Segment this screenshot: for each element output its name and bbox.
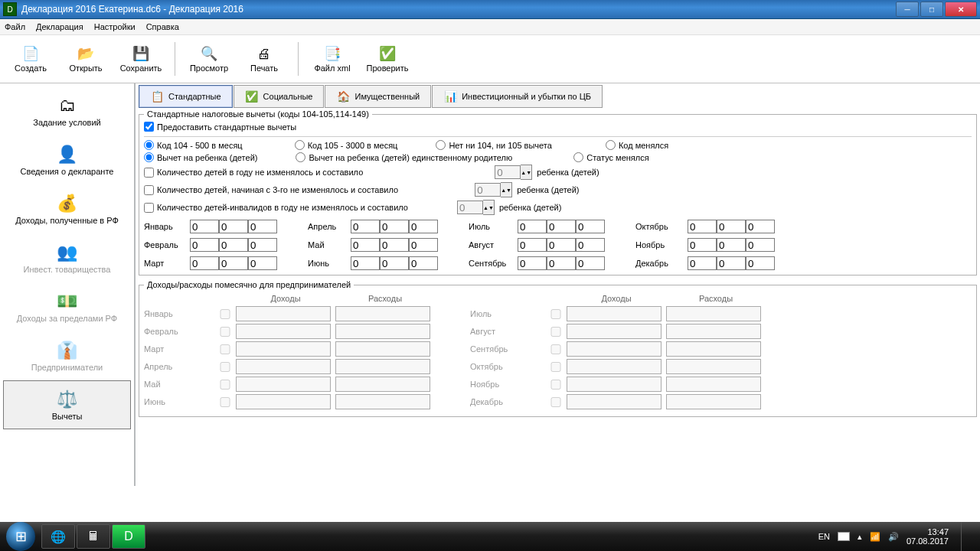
biz-may-expense[interactable] <box>335 377 430 392</box>
sep-input-3[interactable] <box>576 256 605 270</box>
may-input-1[interactable] <box>351 238 380 252</box>
sep-input-2[interactable] <box>547 256 576 270</box>
jul-input-2[interactable] <box>547 220 576 233</box>
mar-input-2[interactable] <box>219 256 248 270</box>
biz-dec-income[interactable] <box>567 394 662 409</box>
sidebar-item-conditions[interactable]: 🗂Задание условий <box>3 86 131 135</box>
tab-standard[interactable]: 📋Стандартные <box>139 85 233 108</box>
sidebar-item-declarant[interactable]: 👤Сведения о декларанте <box>3 135 131 184</box>
sidebar-item-entrepreneurs[interactable]: 👔Предприниматели <box>3 331 131 380</box>
feb-input-3[interactable] <box>248 238 277 252</box>
oct-input-1[interactable] <box>688 220 717 233</box>
biz-may-income[interactable] <box>236 377 331 392</box>
children-count-spinner[interactable]: ▲▼ <box>495 165 532 180</box>
biz-jan-expense[interactable] <box>335 306 430 321</box>
code104-radio[interactable]: Код 104 - 500 в месяц <box>144 140 243 150</box>
child-single-radio[interactable]: Вычет на ребенка (детей) единственному р… <box>296 152 512 162</box>
biz-mar-income[interactable] <box>236 341 331 357</box>
menu-settings[interactable]: Настройки <box>94 22 136 31</box>
tab-social[interactable]: ✅Социальные <box>234 85 325 108</box>
tray-network-icon[interactable]: 📶 <box>870 532 880 542</box>
menu-file[interactable]: Файл <box>5 22 25 31</box>
mar-input-1[interactable] <box>190 256 219 270</box>
aug-input-2[interactable] <box>547 238 576 252</box>
tray-clock[interactable]: 13:4707.08.2017 <box>906 527 949 546</box>
biz-jul-checkbox[interactable] <box>545 309 567 319</box>
code-changed-radio[interactable]: Код менялся <box>606 140 668 150</box>
create-button[interactable]: 📄Создать <box>6 40 55 78</box>
feb-input-1[interactable] <box>190 238 219 252</box>
biz-may-checkbox[interactable] <box>214 380 236 390</box>
aug-input-1[interactable] <box>518 238 547 252</box>
biz-nov-expense[interactable] <box>666 377 761 392</box>
biz-mar-expense[interactable] <box>335 341 430 357</box>
sidebar-item-income-rf[interactable]: 💰Доходы, полученные в РФ <box>3 184 131 233</box>
aug-input-3[interactable] <box>576 238 605 252</box>
biz-dec-expense[interactable] <box>666 394 761 409</box>
spinner-arrows-icon[interactable]: ▲▼ <box>501 182 512 197</box>
provide-standard-checkbox[interactable]: Предоставить стандартные вычеты <box>144 122 296 132</box>
biz-jun-income[interactable] <box>236 394 331 409</box>
biz-apr-checkbox[interactable] <box>214 362 236 372</box>
biz-mar-checkbox[interactable] <box>214 344 236 354</box>
biz-oct-checkbox[interactable] <box>545 362 567 372</box>
biz-oct-expense[interactable] <box>666 359 761 374</box>
biz-jul-income[interactable] <box>567 306 662 321</box>
nov-input-3[interactable] <box>746 238 775 252</box>
may-input-3[interactable] <box>409 238 438 252</box>
tray-lang[interactable]: EN <box>818 532 830 541</box>
menu-help[interactable]: Справка <box>146 22 179 31</box>
children-count-checkbox[interactable]: Количество детей в году не изменялось и … <box>144 168 363 178</box>
disabled-children-checkbox[interactable]: Количество детей-инвалидов в году не изм… <box>144 203 408 213</box>
biz-jun-expense[interactable] <box>335 394 430 409</box>
child-deduct-radio[interactable]: Вычет на ребенка (детей) <box>144 152 257 162</box>
sidebar-item-invest[interactable]: 👥Инвест. товарищества <box>3 233 131 282</box>
apr-input-3[interactable] <box>409 220 438 233</box>
biz-feb-income[interactable] <box>236 324 331 339</box>
apr-input-2[interactable] <box>380 220 409 233</box>
biz-sep-checkbox[interactable] <box>545 344 567 354</box>
spinner-arrows-icon[interactable]: ▲▼ <box>521 165 532 180</box>
window-minimize[interactable]: ─ <box>896 2 919 17</box>
menu-declaration[interactable]: Декларация <box>36 22 83 31</box>
sidebar-item-deductions[interactable]: ⚖️Вычеты <box>3 380 131 429</box>
biz-nov-checkbox[interactable] <box>545 380 567 390</box>
biz-aug-expense[interactable] <box>666 324 761 339</box>
check-button[interactable]: ✅Проверить <box>363 40 412 78</box>
taskbar-calculator[interactable]: 🖩 <box>77 524 110 549</box>
start-button[interactable]: ⊞ <box>6 522 35 551</box>
tab-investment[interactable]: 📊Инвестиционный и убытки по ЦБ <box>432 85 603 108</box>
code105-radio[interactable]: Код 105 - 3000 в месяц <box>295 140 398 150</box>
tray-chevron-icon[interactable]: ▴ <box>858 532 862 542</box>
oct-input-3[interactable] <box>746 220 775 233</box>
status-changed-radio[interactable]: Статус менялся <box>573 152 648 162</box>
dec-input-1[interactable] <box>688 256 717 270</box>
show-desktop[interactable] <box>961 522 969 551</box>
window-close[interactable]: ✕ <box>945 2 977 17</box>
jan-input-3[interactable] <box>248 220 277 233</box>
nov-input-1[interactable] <box>688 238 717 252</box>
biz-feb-expense[interactable] <box>335 324 430 339</box>
biz-jan-income[interactable] <box>236 306 331 321</box>
children-from3-spinner[interactable]: ▲▼ <box>475 182 512 197</box>
jan-input-2[interactable] <box>219 220 248 233</box>
tray-sound-icon[interactable]: 🔊 <box>888 532 899 542</box>
preview-button[interactable]: 🔍Просмотр <box>185 40 234 78</box>
no-code-radio[interactable]: Нет ни 104, ни 105 вычета <box>436 140 551 150</box>
biz-aug-checkbox[interactable] <box>545 327 567 337</box>
mar-input-3[interactable] <box>248 256 277 270</box>
apr-input-1[interactable] <box>351 220 380 233</box>
biz-aug-income[interactable] <box>567 324 662 339</box>
jan-input-1[interactable] <box>190 220 219 233</box>
jun-input-1[interactable] <box>351 256 380 270</box>
tray-flag-icon[interactable] <box>838 532 850 541</box>
jun-input-2[interactable] <box>380 256 409 270</box>
biz-jun-checkbox[interactable] <box>214 397 236 407</box>
may-input-2[interactable] <box>380 238 409 252</box>
biz-sep-income[interactable] <box>567 341 662 357</box>
biz-sep-expense[interactable] <box>666 341 761 357</box>
xml-button[interactable]: 📑Файл xml <box>308 40 357 78</box>
biz-nov-income[interactable] <box>567 377 662 392</box>
biz-apr-income[interactable] <box>236 359 331 374</box>
biz-dec-checkbox[interactable] <box>545 397 567 407</box>
